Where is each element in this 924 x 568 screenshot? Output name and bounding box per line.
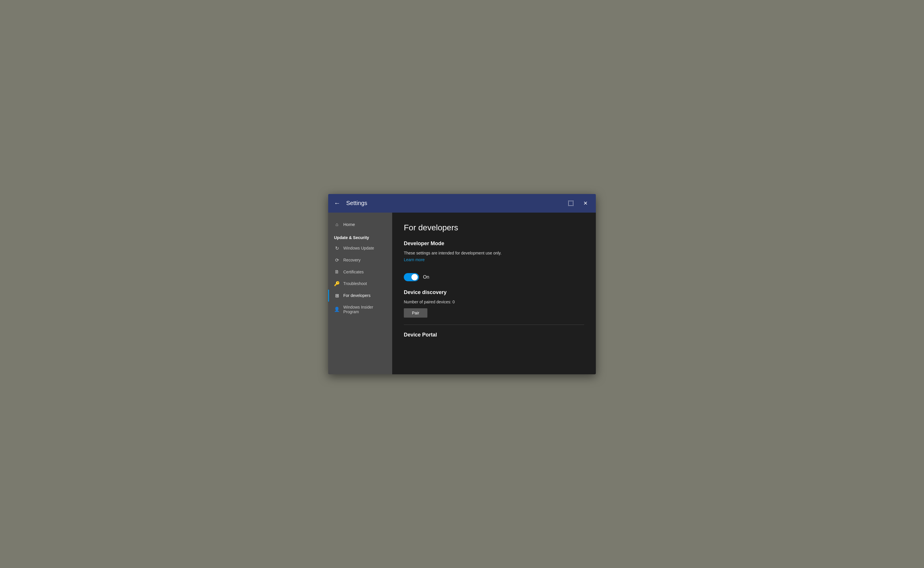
troubleshoot-icon: 🔑 [334,281,340,287]
sidebar-home-label: Home [343,222,355,227]
paired-devices-text: Number of paired devices: 0 [404,299,584,304]
section-divider [404,325,584,325]
device-discovery-title: Device discovery [404,289,584,296]
restore-icon [568,201,573,206]
sidebar-item-recovery[interactable]: ⟳ Recovery [328,254,392,266]
back-button[interactable]: ← [334,199,340,207]
sidebar-item-label: Troubleshoot [343,281,367,286]
sidebar-item-label: Windows Update [343,246,374,251]
pair-button[interactable]: Pair [404,308,427,317]
windows-insider-icon: 👤 [334,307,340,312]
page-title: For developers [404,223,584,233]
restore-button[interactable] [566,199,575,208]
windows-update-icon: ↻ [334,245,340,251]
developer-mode-toggle[interactable] [404,273,419,281]
window-title: Settings [346,200,566,207]
device-discovery-section: Device discovery Number of paired device… [404,289,584,317]
sidebar: ⌂ Home Update & Security ↻ Windows Updat… [328,213,392,374]
sidebar-item-label: Windows Insider Program [343,305,386,314]
main-content: For developers Developer Mode These sett… [392,213,596,374]
window-controls: ✕ [566,199,590,208]
device-portal-title: Device Portal [404,332,584,338]
sidebar-item-label: Recovery [343,258,360,262]
learn-more-link[interactable]: Learn more [404,257,425,262]
sidebar-item-windows-insider[interactable]: 👤 Windows Insider Program [328,302,392,317]
sidebar-item-home[interactable]: ⌂ Home [328,218,392,231]
developer-mode-title: Developer Mode [404,240,584,247]
sidebar-item-troubleshoot[interactable]: 🔑 Troubleshoot [328,278,392,290]
sidebar-item-label: Certificates [343,270,364,274]
sidebar-item-label: For developers [343,293,371,298]
sidebar-section-title: Update & Security [328,231,392,242]
toggle-state-label: On [423,275,429,280]
sidebar-item-certificates[interactable]: 🗎 Certificates [328,266,392,278]
developer-mode-description: These settings are intended for developm… [404,251,584,255]
settings-window: ← Settings ✕ ⌂ Home Update & Security ↻ … [328,194,596,374]
home-icon: ⌂ [334,222,340,227]
for-developers-icon: ⊞ [334,293,340,298]
close-button[interactable]: ✕ [581,199,590,208]
sidebar-item-windows-update[interactable]: ↻ Windows Update [328,242,392,254]
certificates-icon: 🗎 [334,269,340,275]
developer-mode-toggle-row: On [404,273,584,281]
sidebar-item-for-developers[interactable]: ⊞ For developers [328,290,392,302]
recovery-icon: ⟳ [334,257,340,263]
toggle-knob [411,274,418,280]
content-area: ⌂ Home Update & Security ↻ Windows Updat… [328,213,596,374]
titlebar: ← Settings ✕ [328,194,596,213]
